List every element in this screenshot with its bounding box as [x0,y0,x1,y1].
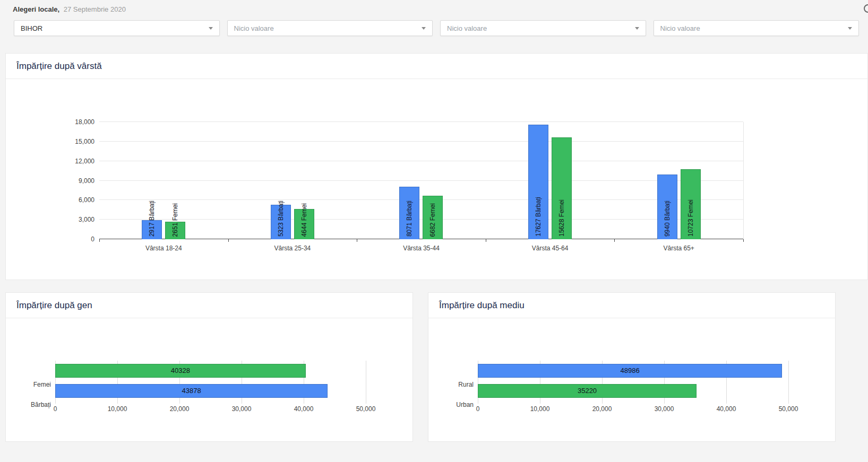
page-date: 27 Septembrie 2020 [64,5,126,13]
filter-value: Nicio valoare [660,24,700,32]
x-axis-label: 20,000 [592,405,612,413]
x-axis-label: 30,000 [232,405,252,413]
x-axis-label: 0 [476,405,480,413]
bar-value-label: 48986 [478,364,781,377]
y-axis-label: 0 [91,236,94,243]
x-axis-label: 30,000 [655,405,674,413]
x-axis-label: Vârsta 18-24 [99,245,228,252]
medium-chart-title: Împărțire după mediu [439,300,824,311]
bar-group: 2917 Bărbați2651 FemeiVârsta 18-24 [99,122,228,239]
chevron-down-icon [635,27,639,30]
age-chart-title: Împărțire după vârstă [16,61,857,72]
bar-label: 6682 Femei [429,203,436,237]
axis-tick [486,239,486,242]
bar[interactable]: 35220 [478,384,697,398]
filter-select-county[interactable]: BIHOR [14,20,220,36]
filter-value: Nicio valoare [234,24,274,32]
filter-row: BIHOR Nicio valoare Nicio valoare Nicio … [0,18,868,36]
bar[interactable]: 40328 [55,364,306,378]
category-label: Bărbați [3,398,51,412]
card-header: Împărțire după vârstă [6,54,867,79]
axis-tick [228,239,229,242]
bar-label: 17627 Bărbați [535,197,542,237]
bar-label: 9940 Bărbați [664,201,671,237]
y-axis-label: 9,000 [79,177,94,185]
bar-group: 9940 Bărbați10723 FemeiVârsta 65+ [614,122,743,239]
card-header: Împărțire după gen [6,293,412,318]
x-axis-label: Vârsta 35-44 [357,245,486,252]
x-axis-label: 20,000 [170,405,190,413]
filter-value: Nicio valoare [447,24,487,32]
chevron-down-icon [422,27,426,30]
axis-tick [99,239,100,242]
category-label: Urban [426,398,474,412]
bottom-charts-row: Împărțire după gen 010,00020,00030,00040… [5,292,868,442]
bar-label: 2651 Femei [171,203,179,237]
bar-row: 35220Urban [478,384,788,398]
bar-label: 4644 Femei [300,203,308,237]
bar[interactable]: 48986 [478,364,782,378]
gender-chart-plot: 010,00020,00030,00040,00050,00040328Feme… [55,361,366,401]
page-title: Alegeri locale, [13,5,59,13]
age-chart-card: Împărțire după vârstă 03,0006,0009,00012… [5,53,868,280]
filter-value: BIHOR [21,24,42,32]
filter-select-4[interactable]: Nicio valoare [654,20,860,36]
x-axis-label: 40,000 [717,405,736,413]
x-axis-label: 10,000 [530,405,550,413]
bar-group: 17627 Bărbați15628 FemeiVârsta 45-64 [486,122,615,239]
y-axis-label: 3,000 [79,216,94,223]
bar-group: 5323 Bărbați4644 FemeiVârsta 25-34 [228,122,357,239]
plot-area: 010,00020,00030,00040,00050,00048986Rura… [478,361,788,401]
topbar: Alegeri locale, 27 Septembrie 2020 [0,0,868,18]
x-axis-label: Vârsta 25-34 [228,245,357,252]
bar-label: 8071 Bărbați [406,201,413,237]
age-chart-plot: 03,0006,0009,00012,00015,00018,0002917 B… [99,122,744,239]
card-header: Împărțire după mediu [428,293,835,318]
x-axis-label: 50,000 [779,405,798,413]
x-axis-label: Vârsta 45-64 [486,245,615,252]
plot-area: 010,00020,00030,00040,00050,00040328Feme… [55,361,366,401]
bar-label: 5323 Bărbați [277,201,285,237]
chevron-down-icon [209,27,213,30]
bar-row: 40328Femei [55,364,366,378]
bar-label: 2917 Bărbați [148,201,156,237]
dashboard-page: Alegeri locale, 27 Septembrie 2020 BIHOR… [0,0,868,442]
x-axis-label: 40,000 [294,405,314,413]
gender-chart-title: Împărțire după gen [16,300,402,311]
clock-icon[interactable] [864,4,868,13]
category-label: Femei [3,378,51,391]
medium-chart-plot: 010,00020,00030,00040,00050,00048986Rura… [478,361,788,401]
category-label: Rural [426,378,474,391]
y-axis-label: 15,000 [75,138,94,145]
y-axis-label: 18,000 [75,118,94,126]
filter-select-3[interactable]: Nicio valoare [440,20,646,36]
y-axis-label: 6,000 [79,196,94,204]
axis-tick [357,239,357,242]
y-axis-label: 12,000 [75,158,94,165]
x-axis-label: Vârsta 65+ [614,245,743,252]
filter-select-2[interactable]: Nicio valoare [227,20,433,36]
bar-row: 48986Rural [478,364,788,378]
axis-tick [614,239,615,242]
gridline [788,361,789,404]
bar-label: 15628 Femei [558,199,565,237]
bar-value-label: 43878 [56,385,327,397]
bar-value-label: 40328 [56,364,305,377]
bar-value-label: 35220 [478,385,696,397]
medium-chart-card: Împărțire după mediu 010,00020,00030,000… [428,292,836,442]
bar-label: 10723 Femei [687,199,694,237]
bar-row: 43878Bărbați [55,384,366,398]
bar-group: 8071 Bărbați6682 FemeiVârsta 35-44 [357,122,486,239]
x-axis-label: 50,000 [356,405,376,413]
axis-tick [743,239,744,242]
x-axis-label: 10,000 [108,405,127,413]
gridline [366,361,366,404]
gender-chart-card: Împărțire după gen 010,00020,00030,00040… [5,292,413,442]
x-axis-label: 0 [54,405,57,413]
bar[interactable]: 43878 [55,384,328,398]
chevron-down-icon [848,27,852,30]
